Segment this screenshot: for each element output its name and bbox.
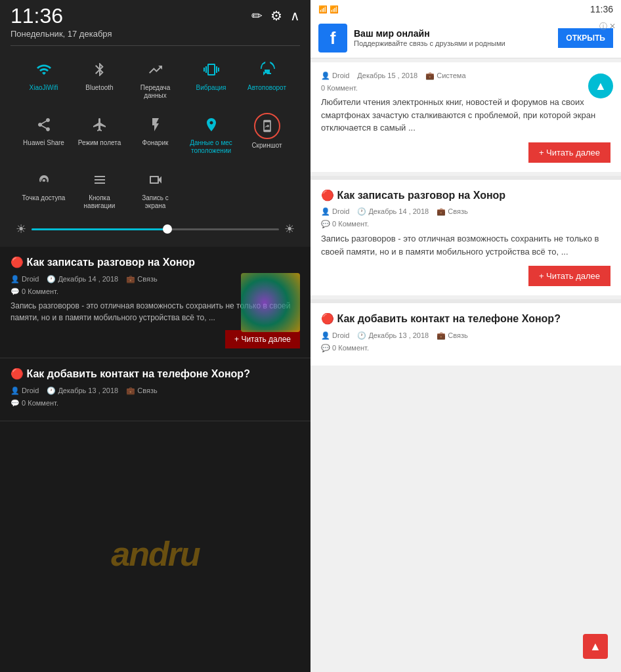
date-1: 🕐 Декабрь 14 , 2018 [47,275,118,284]
ad-label: ⓘ ✕ [599,21,616,32]
huawei-share-icon [32,113,56,136]
airplane-icon [88,113,112,136]
qs-autorotate-label: Автоповорот [247,84,286,92]
qs-bluetooth[interactable]: Bluetooth [72,52,127,105]
right-prev-author: 👤 Droid [321,72,349,80]
right-read-more-1[interactable]: + Читать далее [528,266,610,286]
hotspot-icon [32,168,56,192]
left-article-1-title: 🔴 Как записать разговор на Хонор [11,256,300,270]
r2-author: 👤 Droid [321,331,349,340]
r2-category: 💼 Связь [437,331,467,340]
quick-settings-grid: XiaoJiWifi Bluetooth Передачаданны [11,52,300,215]
r1-category: 💼 Связь [437,207,467,216]
signal-icon: 📶 [318,5,328,14]
right-article-2-comments: 💬 0 Коммент. [321,344,610,352]
brightness-high-icon: ☀ [284,222,295,236]
ad-title: Ваш мир онлайн [354,28,551,39]
left-read-more-1[interactable]: + Читать далее [225,330,300,348]
status-icons-top: ✏ ⚙ ∧ [251,8,300,24]
autorotate-icon [255,58,279,81]
brightness-track[interactable] [32,228,279,230]
right-prev-read-more[interactable]: + Читать далее [528,142,610,163]
category-2: 💼 Связь [126,387,157,395]
screenrecord-icon [144,168,167,192]
qs-data[interactable]: Передачаданных [127,52,183,105]
qs-huawei-share[interactable]: Huawei Share [16,108,72,160]
screenshot-icon [254,113,280,139]
navbutton-icon [88,168,112,192]
article-thumbnail [241,273,300,332]
qs-navbutton[interactable]: Кнопканавигации [72,163,127,215]
date-display: Понедельник, 17 декабря [11,29,300,39]
qs-vibration[interactable]: Вибрация [183,52,239,105]
scroll-up-button[interactable]: ▲ [588,74,613,98]
settings-icon[interactable]: ⚙ [270,8,282,24]
brightness-thumb [163,224,172,234]
qs-location[interactable]: Данные о местоположении [183,108,239,160]
shade-divider [11,45,300,46]
right-article-1-title: 🔴 Как записать разговор на Хонор [321,189,610,203]
comments-prev: 0 Коммент. [321,84,358,92]
right-article-2-meta: 👤 Droid 🕐 Декабрь 13 , 2018 💼 Связь [321,331,610,340]
qs-flashlight[interactable]: Фонарик [127,108,183,160]
qs-autorotate[interactable]: Автоповорот [239,52,295,105]
left-article-2-title: 🔴 Как добавить контакт на телефоне Хонор… [11,368,300,381]
edit-icon[interactable]: ✏ [251,8,263,24]
wifi-icon [32,58,56,81]
left-article-2: 🔴 Как добавить контакт на телефоне Хонор… [0,358,310,421]
right-prev-excerpt: Любители чтения электронных книг, новост… [321,96,610,135]
huawei-logo-1: 🔴 [11,257,24,268]
time-display: 11:36 [11,5,63,26]
qs-hotspot[interactable]: Точка доступа [16,163,72,215]
qs-airplane-label: Режим полета [78,139,121,147]
right-article-2-title: 🔴 Как добавить контакт на телефоне Хонор… [321,312,610,326]
qs-huawei-share-label: Huawei Share [23,139,64,147]
right-article-1-comments: 💬 0 Коммент. [321,220,610,228]
status-bar-right: 📶 📶 11:36 [310,0,621,18]
vibration-icon [200,58,223,81]
left-article-2-meta: 👤 Droid 🕐 Декабрь 13 , 2018 💼 Связь [11,387,300,395]
watermark-left: andru [111,534,199,574]
r1-date: 🕐 Декабрь 14 , 2018 [357,207,429,216]
left-article-2-comments: 💬 0 Коммент. [11,399,300,408]
facebook-logo: f [318,24,347,52]
right-article-1: 🔴 Как записать разговор на Хонор 👤 Droid… [310,180,621,296]
brightness-fill [32,228,167,230]
qs-data-label: Передачаданных [140,84,171,100]
huawei-logo-r2: 🔴 [321,313,334,324]
ad-subtitle: Поддерживайте связь с друзьями и родными [354,39,551,48]
category-1: 💼 Связь [126,275,157,284]
r2-date: 🕐 Декабрь 13 , 2018 [357,331,429,340]
qs-vibration-label: Вибрация [196,84,226,92]
wifi-icon-right: 📶 [330,5,339,14]
left-article-1: 🔴 Как записать разговор на Хонор 👤 Droid… [0,247,310,358]
qs-navbutton-label: Кнопканавигации [84,194,116,210]
left-content-area: 🔴 Как записать разговор на Хонор 👤 Droid… [0,247,310,421]
right-prev-date: Декабрь 15 , 2018 [357,72,418,80]
r1-author: 👤 Droid [321,207,349,216]
qs-wifi[interactable]: XiaoJiWifi [16,52,72,105]
date-2: 🕐 Декабрь 13 , 2018 [47,387,118,395]
flashlight-icon [144,113,167,136]
qs-hotspot-label: Точка доступа [22,194,66,202]
brightness-bar: ☀ ☀ [11,215,300,239]
qs-screenshot[interactable]: Скриншот [239,108,295,160]
scroll-top-button-right[interactable]: ▲ [583,634,608,659]
right-article-prev: 👤 Droid Декабрь 15 , 2018 💼 Система 0 Ко… [310,62,621,172]
right-article-1-meta: 👤 Droid 🕐 Декабрь 14 , 2018 💼 Связь [321,207,610,216]
qs-airplane[interactable]: Режим полета [72,108,127,160]
qs-wifi-label: XiaoJiWifi [30,84,58,92]
location-icon [200,113,223,136]
signal-icons-right: 📶 📶 [318,5,339,14]
collapse-icon[interactable]: ∧ [290,8,300,24]
qs-screenrecord[interactable]: Запись сэкрана [127,163,183,215]
qs-flashlight-label: Фонарик [142,139,169,147]
time-right: 11:36 [590,4,613,14]
right-prev-category: 💼 Система [425,72,465,80]
author-1: 👤 Droid [11,275,39,284]
data-icon [144,58,167,81]
left-panel: 11:36 ✏ ⚙ ∧ Понедельник, 17 декабря Xiao… [0,0,310,672]
brightness-low-icon: ☀ [16,222,26,236]
status-bar-left: 11:36 ✏ ⚙ ∧ [11,0,300,29]
right-article-1-excerpt: Запись разговоров - это отличная возможн… [321,232,610,258]
